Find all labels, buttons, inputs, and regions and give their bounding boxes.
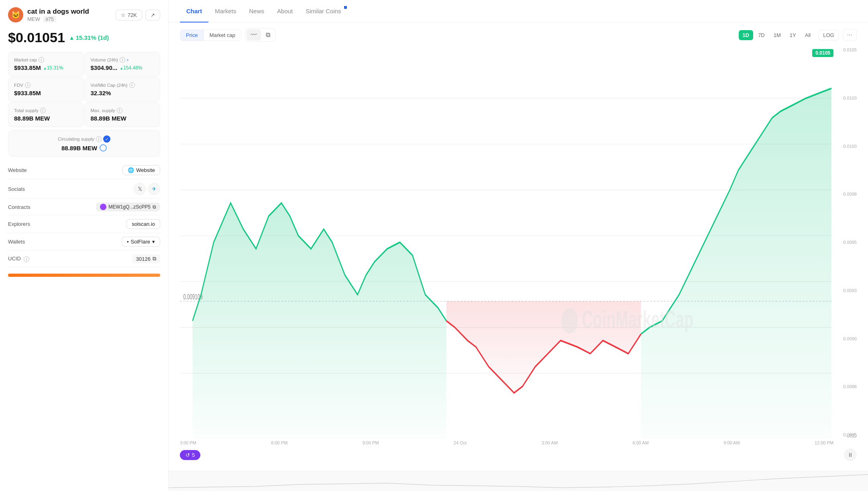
coin-actions: ☆ 72K ↗ [116, 10, 160, 20]
total-supply-cell: Total supply i 88.89B MEW [8, 102, 84, 127]
chart-type-buttons: Price Market cap [180, 29, 241, 41]
notification-dot [344, 6, 347, 9]
website-button[interactable]: 🌐 Website [122, 165, 160, 175]
ucid-badge: 30126 ⧉ [132, 254, 160, 263]
history-count: 5 [192, 452, 195, 458]
log-button[interactable]: LOG [819, 30, 838, 41]
bottom-bar-hint [8, 274, 160, 277]
market-cap-change: 15.31% [43, 65, 63, 71]
time-1d-button[interactable]: 1D [739, 30, 754, 40]
time-period-buttons: 1D 7D 1M 1Y All [739, 30, 815, 40]
wallets-value: ▪ SolFlare ▾ [122, 237, 160, 247]
x-label-7: 9:00 AM [723, 440, 740, 445]
contract-address: MEW1gQ...zScPP5 [108, 204, 151, 210]
circ-supply-value: 88.89B MEW [14, 144, 154, 151]
y-label-5: 0.0095 [833, 240, 857, 245]
x-label-2: 6:00 PM [271, 440, 287, 445]
explorer-button[interactable]: solscan.io [126, 219, 160, 229]
chart-bottom-controls: ↺ 5 ⏸ [180, 447, 857, 463]
socials-row: Socials 𝕏 ✈ [8, 179, 160, 199]
y-label-1: 0.0105 [833, 47, 857, 52]
max-supply-label: Max. supply i [91, 108, 155, 113]
mini-chart [169, 471, 868, 491]
vol-mkt-label: Vol/Mkt Cap (24h) i [91, 82, 155, 88]
contract-chain-icon [100, 204, 106, 210]
time-all-button[interactable]: All [801, 30, 815, 40]
pause-button[interactable]: ⏸ [844, 448, 857, 461]
circle-icon [100, 144, 107, 151]
total-supply-info-icon[interactable]: i [40, 108, 46, 113]
y-label-8: 0.0088 [833, 384, 857, 389]
fdv-cell: FDV i $933.85M [8, 77, 84, 102]
telegram-button[interactable]: ✈ [148, 183, 160, 195]
candlestick-icon-button[interactable]: ⧉ [262, 29, 274, 41]
tab-similar-coins[interactable]: Similar Coins [299, 0, 347, 23]
copy-icon[interactable]: ⧉ [153, 204, 156, 210]
volume-label: Volume (24h) i › [91, 57, 155, 63]
ucid-label: UCID i [8, 256, 29, 262]
circ-supply-info-icon[interactable]: i [96, 136, 102, 142]
line-chart-icon-button[interactable]: 〰 [247, 29, 261, 41]
website-row: Website 🌐 Website [8, 162, 160, 179]
star-icon: ☆ [121, 12, 126, 18]
coin-rank: #75 [43, 16, 56, 23]
current-price-tag: 0.0105 [812, 49, 833, 57]
ucid-info-icon[interactable]: i [24, 256, 29, 262]
wallet-button[interactable]: ▪ SolFlare ▾ [122, 237, 160, 247]
svg-text:⬤ CoinMarketCap: ⬤ CoinMarketCap [560, 306, 693, 333]
website-label: Website [8, 167, 27, 173]
watchlist-button[interactable]: ☆ 72K [116, 10, 142, 20]
price-change: ▲ 15.31% (1d) [69, 34, 109, 41]
coin-name-wrap: cat in a dogs world MEW #75 [27, 8, 112, 22]
chart-icon-buttons: 〰 ⧉ [245, 28, 275, 42]
chart-container: 0.009109 ⬤ CoinMarketCap [180, 46, 857, 439]
explorers-label: Explorers [8, 221, 30, 227]
more-options-button[interactable]: ··· [843, 29, 857, 41]
socials-label: Socials [8, 186, 25, 192]
ucid-row: UCID i 30126 ⧉ [8, 251, 160, 267]
market-cap-value: $933.85M 15.31% [14, 64, 78, 71]
mini-chart-svg [169, 471, 868, 491]
fdv-label: FDV i [14, 82, 78, 88]
time-1y-button[interactable]: 1Y [786, 30, 800, 40]
twitter-button[interactable]: 𝕏 [134, 183, 146, 195]
volume-link-icon[interactable]: › [127, 57, 128, 63]
total-supply-value: 88.89B MEW [14, 115, 78, 122]
circulating-supply-cell: Circulating supply i ✓ 88.89B MEW [8, 130, 160, 157]
explorers-row: Explorers solscan.io [8, 215, 160, 233]
share-icon: ↗ [151, 12, 155, 18]
ucid-copy-icon[interactable]: ⧉ [153, 256, 156, 262]
x-label-4: 24 Oct [454, 440, 467, 445]
max-supply-value: 88.89B MEW [91, 115, 155, 122]
fdv-info-icon[interactable]: i [25, 82, 31, 88]
vol-mkt-info-icon[interactable]: i [129, 82, 135, 88]
volume-value: $304.90... 154.46% [91, 64, 155, 71]
coin-name: cat in a dogs world [27, 8, 112, 16]
tab-news[interactable]: News [243, 0, 271, 23]
volume-info-icon[interactable]: i [120, 57, 125, 63]
price-button[interactable]: Price [180, 30, 204, 41]
max-supply-info-icon[interactable]: i [117, 108, 122, 113]
x-axis-labels: 3:00 PM 6:00 PM 9:00 PM 24 Oct 3:00 AM 6… [180, 439, 833, 447]
market-cap-info-icon[interactable]: i [39, 57, 44, 63]
share-button[interactable]: ↗ [145, 10, 160, 20]
chart-toolbar: Price Market cap 〰 ⧉ 1D 7D 1M 1Y All LOG… [169, 23, 868, 46]
x-label-1: 3:00 PM [180, 440, 196, 445]
time-1m-button[interactable]: 1M [770, 30, 785, 40]
market-cap-button[interactable]: Market cap [204, 30, 241, 41]
price-value: $0.01051 [8, 30, 65, 45]
stats-grid: Market cap i $933.85M 15.31% Volume (24h… [8, 52, 160, 127]
time-7d-button[interactable]: 7D [754, 30, 769, 40]
coin-header: 🐱 cat in a dogs world MEW #75 ☆ 72K ↗ [8, 7, 160, 23]
volume-change: 154.46% [120, 65, 142, 71]
contract-badge[interactable]: MEW1gQ...zScPP5 ⧉ [96, 203, 160, 211]
tab-about[interactable]: About [271, 0, 299, 23]
left-panel: 🐱 cat in a dogs world MEW #75 ☆ 72K ↗ $0… [0, 0, 169, 491]
history-button[interactable]: ↺ 5 [180, 450, 200, 460]
tab-markets[interactable]: Markets [208, 0, 242, 23]
tab-chart[interactable]: Chart [180, 0, 208, 23]
explorers-value: solscan.io [126, 219, 160, 229]
contracts-value: MEW1gQ...zScPP5 ⧉ [96, 203, 160, 211]
right-panel: Chart Markets News About Similar Coins P… [169, 0, 868, 491]
fdv-value: $933.85M [14, 90, 78, 96]
